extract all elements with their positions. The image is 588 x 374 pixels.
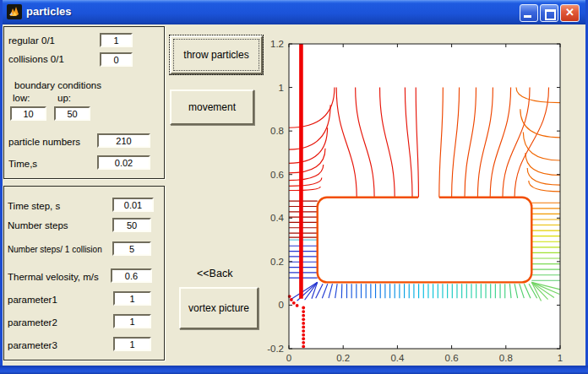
particle-numbers-label: particle numbers [8, 137, 80, 147]
time-input[interactable] [97, 155, 150, 170]
particles-window: particles ✕ regular 0/1 collisions 0/1 b… [0, 0, 588, 374]
svg-text:1: 1 [558, 353, 563, 363]
svg-text:0.2: 0.2 [270, 257, 284, 267]
parameter3-label: parameter3 [8, 340, 57, 350]
thermal-velocity-label: Thermal velosity, m/s [8, 272, 99, 282]
app-icon [7, 4, 22, 19]
steps-per-collision-input[interactable] [112, 241, 151, 256]
title-bar[interactable]: particles ✕ [0, 0, 588, 24]
time-step-input[interactable] [112, 198, 154, 212]
window-border-left [0, 0, 3, 374]
svg-text:0.8: 0.8 [499, 353, 513, 363]
svg-text:0.8: 0.8 [270, 126, 284, 136]
svg-text:0: 0 [286, 353, 291, 363]
particle-numbers-input[interactable] [97, 133, 150, 148]
throw-particles-button[interactable]: throw particles [170, 35, 263, 74]
close-icon: ✕ [561, 6, 579, 19]
close-button[interactable]: ✕ [560, 4, 580, 22]
svg-text:0.2: 0.2 [336, 353, 350, 363]
steps-per-collision-label: Number steps/ 1 collision [8, 245, 102, 254]
number-steps-input[interactable] [112, 218, 151, 232]
parameters-panel-1: regular 0/1 collisions 0/1 boundary cond… [3, 26, 165, 179]
number-steps-label: Number steps [8, 220, 68, 230]
svg-text:0.4: 0.4 [270, 213, 285, 223]
thermal-velocity-input[interactable] [111, 268, 152, 283]
svg-text:1: 1 [279, 83, 284, 93]
svg-text:0.6: 0.6 [445, 353, 459, 363]
time-step-label: Time step, s [8, 201, 60, 211]
collisions-input[interactable] [100, 52, 133, 67]
maximize-icon [545, 9, 556, 20]
svg-text:1.2: 1.2 [270, 39, 284, 49]
regular-label: regular 0/1 [8, 35, 55, 46]
parameter3-input[interactable] [113, 337, 151, 351]
boundary-conditions-label: boundary conditions [14, 80, 101, 90]
parameter1-label: parameter1 [8, 295, 57, 305]
maximize-button[interactable] [540, 4, 558, 22]
back-link[interactable]: <<Back [197, 268, 232, 279]
up-label: up: [57, 93, 71, 103]
parameter2-input[interactable] [113, 314, 151, 328]
boundary-low-input[interactable] [10, 106, 46, 121]
svg-text:0.4: 0.4 [390, 353, 405, 363]
minimize-button[interactable] [520, 4, 538, 22]
boundary-up-input[interactable] [54, 106, 90, 121]
collisions-label: collisions 0/1 [8, 54, 64, 64]
window-title: particles [26, 5, 71, 18]
regular-input[interactable] [100, 33, 133, 47]
window-border-bottom [0, 366, 588, 374]
parameter1-input[interactable] [113, 291, 151, 306]
svg-text:0.6: 0.6 [270, 170, 284, 180]
low-label: low: [13, 93, 30, 103]
parameters-panel-2: Time step, s Number steps Number steps/ … [3, 186, 165, 360]
minimize-icon [524, 15, 531, 18]
movement-button[interactable]: movement [170, 89, 254, 125]
svg-text:-0.2: -0.2 [267, 344, 284, 354]
parameter2-label: parameter2 [8, 317, 57, 328]
svg-text:0: 0 [279, 300, 284, 310]
time-label: Time,s [8, 159, 37, 169]
vortex-picture-button[interactable]: vortex picture [179, 287, 259, 329]
